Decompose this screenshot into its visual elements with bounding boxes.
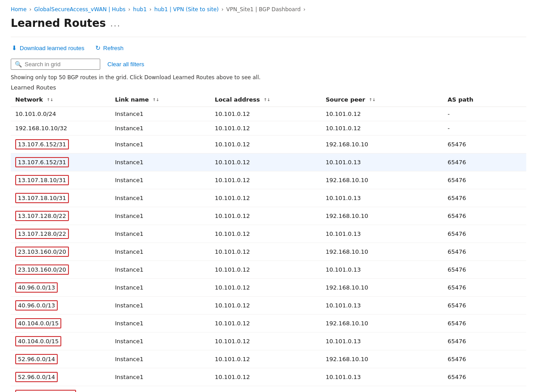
- breadcrumb-vpn[interactable]: hub1 | VPN (Site to site): [154, 6, 219, 13]
- title-more-button[interactable]: ...: [111, 19, 121, 28]
- cell-network: 40.96.0.0/13: [11, 297, 111, 315]
- col-header-link[interactable]: Link name ↑↓: [111, 93, 210, 107]
- breadcrumb-current: VPN_Site1 | BGP Dashboard: [226, 6, 301, 13]
- cell-as-path: 65476: [443, 332, 526, 350]
- download-label: Download learned routes: [20, 45, 85, 51]
- cell-network: 23.103.160.0/20: [11, 243, 111, 261]
- col-header-local[interactable]: Local address ↑↓: [210, 93, 321, 107]
- cell-local: 10.101.0.12: [210, 243, 321, 261]
- table-row[interactable]: 40.104.0.0/15Instance110.101.0.12192.168…: [11, 315, 526, 332]
- cell-local: 10.101.0.12: [210, 297, 321, 315]
- table-row[interactable]: 52.96.0.0/14Instance110.101.0.1210.101.0…: [11, 368, 526, 386]
- cell-link: Instance1: [111, 107, 210, 121]
- cell-local: 10.101.0.12: [210, 350, 321, 368]
- cell-link: Instance1: [111, 315, 210, 332]
- cell-source: 10.101.0.13: [321, 297, 443, 315]
- cell-source: 10.101.0.12: [321, 107, 443, 121]
- cell-as-path: 65476: [443, 207, 526, 225]
- sort-icon-local: ↑↓: [264, 98, 270, 102]
- table-row[interactable]: 13.107.6.152/31Instance110.101.0.1210.10…: [11, 153, 526, 171]
- cell-network: 10.101.0.0/24: [11, 107, 111, 121]
- cell-network: 13.107.128.0/22: [11, 225, 111, 243]
- cell-source: 192.168.10.10: [321, 315, 443, 332]
- sort-icon-network: ↑↓: [47, 98, 53, 102]
- breadcrumb-home[interactable]: Home: [11, 6, 26, 13]
- cell-as-path: 65476: [443, 368, 526, 386]
- table-row[interactable]: 13.107.6.152/31Instance110.101.0.12192.1…: [11, 136, 526, 153]
- cell-source: 10.101.0.13: [321, 189, 443, 207]
- refresh-button[interactable]: ↻ Refresh: [94, 43, 125, 53]
- search-input[interactable]: [25, 61, 96, 68]
- breadcrumb-hub1[interactable]: hub1: [133, 6, 146, 13]
- table-row[interactable]: 10.101.0.0/24Instance110.101.0.1210.101.…: [11, 107, 526, 121]
- cell-source: 192.168.10.10: [321, 386, 443, 392]
- table-row[interactable]: 40.96.0.0/13Instance110.101.0.1210.101.0…: [11, 297, 526, 315]
- cell-local: 10.101.0.12: [210, 207, 321, 225]
- page-title: Learned Routes: [11, 17, 106, 30]
- cell-as-path: 65476: [443, 315, 526, 332]
- title-divider: [11, 37, 526, 37]
- sort-icon-link: ↑↓: [153, 98, 159, 102]
- cell-network: 13.107.6.152/31: [11, 153, 111, 171]
- table-row[interactable]: 40.96.0.0/13Instance110.101.0.12192.168.…: [11, 279, 526, 297]
- cell-source: 192.168.10.10: [321, 350, 443, 368]
- cell-local: 10.101.0.12: [210, 121, 321, 136]
- clear-filters-button[interactable]: Clear all filters: [107, 61, 144, 68]
- breadcrumb-hubs[interactable]: GlobalSecureAccess_vWAN | Hubs: [34, 6, 125, 13]
- sort-icon-source: ↑↓: [369, 98, 376, 102]
- cell-link: Instance1: [111, 171, 210, 189]
- filter-row: 🔍 Clear all filters: [11, 59, 526, 70]
- cell-source: 10.101.0.13: [321, 332, 443, 350]
- cell-link: Instance1: [111, 136, 210, 153]
- cell-link: Instance1: [111, 153, 210, 171]
- table-row[interactable]: 192.168.10.10/32Instance110.101.0.1210.1…: [11, 121, 526, 136]
- col-header-network[interactable]: Network ↑↓: [11, 93, 111, 107]
- cell-local: 10.101.0.12: [210, 225, 321, 243]
- refresh-label: Refresh: [103, 45, 124, 51]
- cell-link: Instance1: [111, 243, 210, 261]
- section-label: Learned Routes: [11, 84, 526, 91]
- cell-source: 10.101.0.12: [321, 121, 443, 136]
- cell-as-path: 65476: [443, 153, 526, 171]
- cell-local: 10.101.0.12: [210, 368, 321, 386]
- col-header-as: AS path: [443, 93, 526, 107]
- page-title-row: Learned Routes ...: [11, 17, 526, 30]
- search-box[interactable]: 🔍: [11, 59, 100, 70]
- col-header-source[interactable]: Source peer ↑↓: [321, 93, 443, 107]
- cell-source: 10.101.0.13: [321, 261, 443, 279]
- cell-network: 23.103.160.0/20: [11, 261, 111, 279]
- cell-link: Instance1: [111, 350, 210, 368]
- table-row[interactable]: 13.107.128.0/22Instance110.101.0.12192.1…: [11, 207, 526, 225]
- table-row[interactable]: 13.107.128.0/22Instance110.101.0.1210.10…: [11, 225, 526, 243]
- cell-local: 10.101.0.12: [210, 136, 321, 153]
- cell-network: 131.253.33.215/32: [11, 386, 111, 392]
- table-row[interactable]: 23.103.160.0/20Instance110.101.0.12192.1…: [11, 243, 526, 261]
- cell-as-path: 65476: [443, 279, 526, 297]
- info-text: Showing only top 50 BGP routes in the gr…: [11, 74, 526, 81]
- cell-local: 10.101.0.12: [210, 315, 321, 332]
- table-row[interactable]: 13.107.18.10/31Instance110.101.0.1210.10…: [11, 189, 526, 207]
- cell-link: Instance1: [111, 386, 210, 392]
- cell-as-path: 65476: [443, 261, 526, 279]
- table-row[interactable]: 13.107.18.10/31Instance110.101.0.12192.1…: [11, 171, 526, 189]
- table-row[interactable]: 23.103.160.0/20Instance110.101.0.1210.10…: [11, 261, 526, 279]
- cell-network: 13.107.18.10/31: [11, 171, 111, 189]
- cell-source: 10.101.0.13: [321, 153, 443, 171]
- cell-link: Instance1: [111, 368, 210, 386]
- cell-as-path: -: [443, 121, 526, 136]
- download-button[interactable]: ⬇ Download learned routes: [11, 43, 85, 53]
- table-header: Network ↑↓ Link name ↑↓ Local address ↑↓…: [11, 93, 526, 107]
- cell-network: 40.104.0.0/15: [11, 315, 111, 332]
- cell-link: Instance1: [111, 225, 210, 243]
- refresh-icon: ↻: [95, 44, 101, 51]
- routes-table: Network ↑↓ Link name ↑↓ Local address ↑↓…: [11, 93, 526, 392]
- cell-network: 40.96.0.0/13: [11, 279, 111, 297]
- cell-local: 10.101.0.12: [210, 107, 321, 121]
- cell-source: 192.168.10.10: [321, 207, 443, 225]
- table-row[interactable]: 131.253.33.215/32Instance110.101.0.12192…: [11, 386, 526, 392]
- breadcrumb-sep-4: ›: [222, 6, 224, 13]
- table-row[interactable]: 40.104.0.0/15Instance110.101.0.1210.101.…: [11, 332, 526, 350]
- cell-source: 192.168.10.10: [321, 279, 443, 297]
- table-row[interactable]: 52.96.0.0/14Instance110.101.0.12192.168.…: [11, 350, 526, 368]
- cell-link: Instance1: [111, 297, 210, 315]
